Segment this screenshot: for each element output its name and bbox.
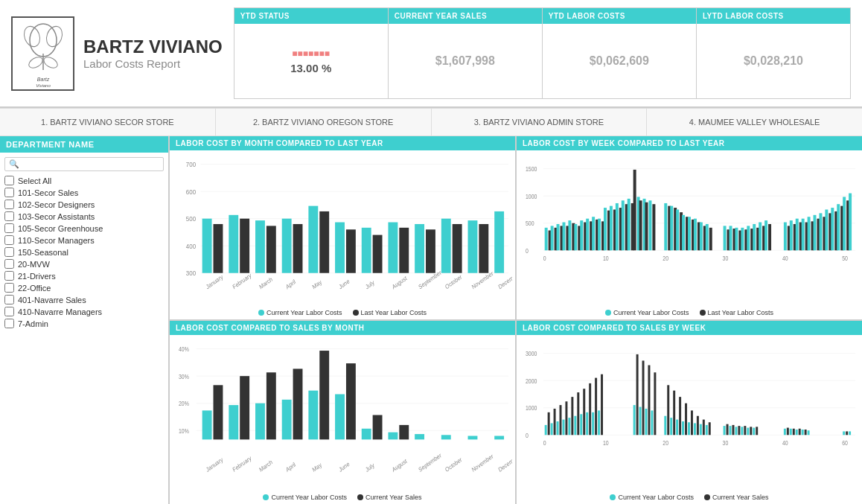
sidebar-checkbox-5[interactable] bbox=[4, 235, 14, 245]
store-tab-1[interactable]: 2. BARTZ VIVIANO OREGON STORE bbox=[216, 109, 432, 135]
sidebar-checkbox-1[interactable] bbox=[4, 188, 14, 197]
store-tab-3[interactable]: 4. MAUMEE VALLEY WHOLESALE bbox=[647, 109, 862, 135]
svg-rect-234 bbox=[633, 405, 636, 435]
sidebar-checkbox-2[interactable] bbox=[4, 200, 14, 209]
svg-rect-22 bbox=[240, 219, 249, 273]
svg-rect-182 bbox=[388, 433, 398, 440]
svg-rect-246 bbox=[676, 420, 678, 436]
sidebar-checkbox-item-11: 410-Navarre Managers bbox=[4, 307, 164, 316]
store-tab-2[interactable]: 3. BARTZ VIVIANO ADMIN STORE bbox=[432, 109, 648, 135]
svg-rect-217 bbox=[554, 409, 556, 435]
svg-rect-183 bbox=[399, 425, 409, 439]
search-input[interactable] bbox=[22, 160, 159, 169]
svg-rect-180 bbox=[362, 429, 371, 440]
svg-rect-268 bbox=[753, 428, 755, 436]
svg-rect-247 bbox=[679, 397, 681, 435]
svg-text:February: February bbox=[232, 272, 252, 291]
svg-text:June: June bbox=[338, 460, 351, 473]
svg-rect-238 bbox=[645, 409, 648, 435]
svg-rect-100 bbox=[639, 200, 642, 250]
kpi-label-3: LYTD LABOR COSTS bbox=[697, 8, 850, 24]
svg-text:February: February bbox=[232, 454, 252, 473]
svg-rect-237 bbox=[642, 360, 645, 435]
svg-rect-141 bbox=[796, 219, 799, 251]
svg-text:30: 30 bbox=[723, 439, 729, 447]
svg-rect-245 bbox=[673, 391, 675, 436]
svg-text:1000: 1000 bbox=[526, 405, 537, 412]
search-container: 🔍 bbox=[4, 157, 164, 171]
svg-rect-113 bbox=[688, 217, 691, 250]
svg-text:500: 500 bbox=[186, 215, 196, 223]
svg-text:July: July bbox=[365, 278, 376, 290]
sidebar-checkbox-6[interactable] bbox=[4, 247, 14, 257]
store-tab-0[interactable]: 1. BARTZ VIVIANO SECOR STORE bbox=[0, 109, 216, 135]
svg-rect-226 bbox=[580, 414, 582, 435]
svg-rect-249 bbox=[685, 403, 687, 436]
svg-rect-88 bbox=[604, 208, 607, 250]
svg-rect-177 bbox=[319, 351, 329, 439]
chart-body-3: 3000 2000 1000 0 0 10 20 30 40 60 bbox=[517, 335, 862, 492]
legend-item-0b: Last Year Labor Costs bbox=[353, 309, 427, 316]
svg-text:March: March bbox=[258, 459, 274, 473]
svg-rect-36 bbox=[426, 229, 435, 272]
svg-rect-129 bbox=[747, 226, 750, 250]
legend-dot-0b bbox=[353, 310, 359, 316]
svg-rect-269 bbox=[756, 427, 758, 435]
svg-rect-103 bbox=[648, 200, 651, 250]
sidebar-checkbox-item-9: 22-Office bbox=[4, 283, 164, 293]
chart-legend-1: Current Year Labor Costs Last Year Labor… bbox=[517, 307, 862, 319]
svg-text:300: 300 bbox=[186, 269, 196, 278]
kpi-cards: YTD STATUS ■■■■■■■ 13.00 % CURRENT YEAR … bbox=[234, 7, 851, 99]
sidebar-checkbox-7[interactable] bbox=[4, 259, 14, 269]
sidebar-checkbox-item-7: 20-MVW bbox=[4, 259, 164, 269]
sidebar-label-7: 20-MVW bbox=[18, 260, 50, 269]
chart-week-sales: LABOR COST COMPARED TO SALES BY WEEK 300… bbox=[517, 321, 862, 504]
svg-rect-224 bbox=[574, 416, 576, 436]
sidebar-checkbox-11[interactable] bbox=[4, 307, 14, 316]
svg-rect-187 bbox=[494, 436, 504, 440]
svg-text:2000: 2000 bbox=[526, 377, 537, 385]
sidebar-checkbox-10[interactable] bbox=[4, 295, 14, 304]
svg-rect-263 bbox=[738, 426, 740, 435]
sidebar-checkbox-12[interactable] bbox=[4, 319, 14, 328]
svg-text:April: April bbox=[285, 278, 297, 290]
svg-rect-170 bbox=[229, 405, 238, 439]
header: Bartz Viviano BARTZ VIVIANO Labor Costs … bbox=[0, 0, 862, 108]
svg-rect-171 bbox=[240, 376, 249, 439]
svg-text:0: 0 bbox=[526, 432, 529, 439]
kpi-value-0: ■■■■■■■ 13.00 % bbox=[234, 24, 388, 98]
svg-rect-115 bbox=[694, 219, 697, 251]
charts-area: LABOR COST BY MONTH COMPARED TO LAST YEA… bbox=[170, 136, 862, 504]
svg-rect-33 bbox=[388, 223, 398, 273]
sidebar-checkbox-8[interactable] bbox=[4, 271, 14, 281]
svg-rect-258 bbox=[724, 426, 726, 435]
svg-rect-236 bbox=[639, 407, 642, 436]
svg-text:April: April bbox=[285, 461, 297, 473]
svg-rect-80 bbox=[580, 220, 583, 250]
svg-text:60: 60 bbox=[842, 439, 848, 447]
svg-rect-137 bbox=[784, 223, 787, 251]
legend-dot-3a bbox=[610, 494, 616, 500]
svg-rect-72 bbox=[557, 224, 560, 250]
sidebar-checkbox-4[interactable] bbox=[4, 223, 14, 233]
svg-rect-221 bbox=[565, 401, 567, 435]
svg-rect-74 bbox=[562, 223, 565, 251]
svg-rect-147 bbox=[814, 215, 817, 250]
sidebar-checkbox-3[interactable] bbox=[4, 211, 14, 221]
svg-rect-173 bbox=[266, 372, 276, 439]
sidebar-checkbox-0[interactable] bbox=[4, 176, 14, 185]
svg-text:0: 0 bbox=[526, 247, 529, 255]
svg-rect-155 bbox=[837, 204, 840, 250]
search-icon: 🔍 bbox=[9, 159, 19, 169]
svg-rect-175 bbox=[293, 369, 303, 439]
sidebar-label-11: 410-Navarre Managers bbox=[18, 307, 102, 316]
svg-rect-127 bbox=[741, 228, 744, 250]
svg-text:20: 20 bbox=[663, 439, 668, 447]
kpi-label-1: CURRENT YEAR SALES bbox=[389, 8, 542, 24]
svg-text:July: July bbox=[365, 462, 376, 473]
svg-rect-185 bbox=[441, 435, 451, 439]
svg-rect-215 bbox=[548, 412, 550, 435]
sidebar-checkbox-9[interactable] bbox=[4, 283, 14, 293]
sidebar-title: DEPARTMENT NAME bbox=[0, 136, 168, 153]
svg-text:30%: 30% bbox=[179, 373, 189, 380]
